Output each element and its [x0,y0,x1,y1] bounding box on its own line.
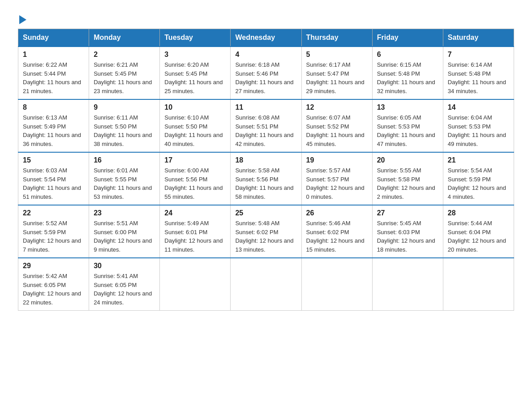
calendar-cell: 10Sunrise: 6:10 AMSunset: 5:50 PMDayligh… [160,99,231,152]
calendar-cell: 13Sunrise: 6:05 AMSunset: 5:53 PMDayligh… [372,99,443,152]
day-number: 7 [448,51,509,59]
calendar-cell: 22Sunrise: 5:52 AMSunset: 5:59 PMDayligh… [18,205,89,258]
calendar-cell: 14Sunrise: 6:04 AMSunset: 5:53 PMDayligh… [443,99,514,152]
day-number: 3 [164,51,226,59]
day-info: Sunrise: 6:03 AMSunset: 5:54 PMDaylight:… [23,166,84,201]
day-number: 14 [448,103,509,111]
calendar-cell: 19Sunrise: 5:57 AMSunset: 5:57 PMDayligh… [301,152,372,205]
calendar-cell [372,258,443,311]
day-info: Sunrise: 6:10 AMSunset: 5:50 PMDaylight:… [164,113,226,148]
day-number: 28 [448,209,509,217]
day-info: Sunrise: 5:52 AMSunset: 5:59 PMDaylight:… [23,219,84,254]
day-number: 2 [94,51,155,59]
col-header-thursday: Thursday [301,29,372,47]
calendar-cell: 24Sunrise: 5:49 AMSunset: 6:01 PMDayligh… [160,205,231,258]
calendar-cell: 27Sunrise: 5:45 AMSunset: 6:03 PMDayligh… [372,205,443,258]
day-number: 24 [164,209,226,217]
day-info: Sunrise: 6:18 AMSunset: 5:46 PMDaylight:… [235,60,296,95]
calendar-cell [160,258,231,311]
calendar-header-row: SundayMondayTuesdayWednesdayThursdayFrid… [18,29,514,47]
day-number: 6 [377,51,438,59]
calendar-cell: 30Sunrise: 5:41 AMSunset: 6:05 PMDayligh… [89,258,160,311]
day-info: Sunrise: 5:44 AMSunset: 6:04 PMDaylight:… [448,219,509,254]
col-header-sunday: Sunday [18,29,89,47]
week-row-5: 29Sunrise: 5:42 AMSunset: 6:05 PMDayligh… [18,258,514,311]
calendar-cell: 15Sunrise: 6:03 AMSunset: 5:54 PMDayligh… [18,152,89,205]
day-info: Sunrise: 6:01 AMSunset: 5:55 PMDaylight:… [94,166,155,201]
page-header [18,13,514,24]
day-info: Sunrise: 5:57 AMSunset: 5:57 PMDaylight:… [306,166,368,201]
day-info: Sunrise: 5:45 AMSunset: 6:03 PMDaylight:… [377,219,438,254]
day-number: 25 [235,209,296,217]
day-number: 4 [235,51,296,59]
logo-triangle [19,15,26,24]
col-header-friday: Friday [372,29,443,47]
col-header-monday: Monday [89,29,160,47]
day-number: 15 [23,156,84,164]
day-info: Sunrise: 6:20 AMSunset: 5:45 PMDaylight:… [164,60,226,95]
day-info: Sunrise: 5:54 AMSunset: 5:59 PMDaylight:… [448,166,509,201]
calendar-cell: 4Sunrise: 6:18 AMSunset: 5:46 PMDaylight… [231,47,301,99]
calendar-cell [231,258,301,311]
calendar-cell: 20Sunrise: 5:55 AMSunset: 5:58 PMDayligh… [372,152,443,205]
day-info: Sunrise: 5:48 AMSunset: 6:02 PMDaylight:… [235,219,296,254]
day-info: Sunrise: 6:08 AMSunset: 5:51 PMDaylight:… [235,113,296,148]
day-info: Sunrise: 6:15 AMSunset: 5:48 PMDaylight:… [377,60,438,95]
day-info: Sunrise: 6:11 AMSunset: 5:50 PMDaylight:… [94,113,155,148]
calendar-cell: 28Sunrise: 5:44 AMSunset: 6:04 PMDayligh… [443,205,514,258]
day-info: Sunrise: 5:55 AMSunset: 5:58 PMDaylight:… [377,166,438,201]
day-number: 8 [23,103,84,111]
calendar-cell: 23Sunrise: 5:51 AMSunset: 6:00 PMDayligh… [89,205,160,258]
calendar-table: SundayMondayTuesdayWednesdayThursdayFrid… [18,29,514,311]
calendar-cell: 29Sunrise: 5:42 AMSunset: 6:05 PMDayligh… [18,258,89,311]
day-number: 19 [306,156,368,164]
calendar-cell: 8Sunrise: 6:13 AMSunset: 5:49 PMDaylight… [18,99,89,152]
day-number: 9 [94,103,155,111]
day-info: Sunrise: 6:22 AMSunset: 5:44 PMDaylight:… [23,60,84,95]
day-info: Sunrise: 5:58 AMSunset: 5:56 PMDaylight:… [235,166,296,201]
day-number: 29 [23,262,84,270]
week-row-3: 15Sunrise: 6:03 AMSunset: 5:54 PMDayligh… [18,152,514,205]
calendar-cell: 9Sunrise: 6:11 AMSunset: 5:50 PMDaylight… [89,99,160,152]
day-number: 12 [306,103,368,111]
day-info: Sunrise: 6:07 AMSunset: 5:52 PMDaylight:… [306,113,368,148]
week-row-1: 1Sunrise: 6:22 AMSunset: 5:44 PMDaylight… [18,47,514,99]
day-info: Sunrise: 6:21 AMSunset: 5:45 PMDaylight:… [94,60,155,95]
calendar-cell: 26Sunrise: 5:46 AMSunset: 6:02 PMDayligh… [301,205,372,258]
day-number: 23 [94,209,155,217]
day-number: 11 [235,103,296,111]
calendar-cell: 16Sunrise: 6:01 AMSunset: 5:55 PMDayligh… [89,152,160,205]
calendar-cell: 7Sunrise: 6:14 AMSunset: 5:48 PMDaylight… [443,47,514,99]
day-info: Sunrise: 6:13 AMSunset: 5:49 PMDaylight:… [23,113,84,148]
day-info: Sunrise: 5:41 AMSunset: 6:05 PMDaylight:… [94,272,155,307]
day-number: 22 [23,209,84,217]
day-info: Sunrise: 6:00 AMSunset: 5:56 PMDaylight:… [164,166,226,201]
day-number: 18 [235,156,296,164]
calendar-cell: 1Sunrise: 6:22 AMSunset: 5:44 PMDaylight… [18,47,89,99]
calendar-cell: 2Sunrise: 6:21 AMSunset: 5:45 PMDaylight… [89,47,160,99]
day-info: Sunrise: 6:17 AMSunset: 5:47 PMDaylight:… [306,60,368,95]
calendar-cell [443,258,514,311]
calendar-cell [301,258,372,311]
logo [18,13,26,24]
week-row-2: 8Sunrise: 6:13 AMSunset: 5:49 PMDaylight… [18,99,514,152]
col-header-saturday: Saturday [443,29,514,47]
day-info: Sunrise: 5:46 AMSunset: 6:02 PMDaylight:… [306,219,368,254]
calendar-cell: 21Sunrise: 5:54 AMSunset: 5:59 PMDayligh… [443,152,514,205]
calendar-cell: 5Sunrise: 6:17 AMSunset: 5:47 PMDaylight… [301,47,372,99]
day-number: 1 [23,51,84,59]
calendar-cell: 17Sunrise: 6:00 AMSunset: 5:56 PMDayligh… [160,152,231,205]
week-row-4: 22Sunrise: 5:52 AMSunset: 5:59 PMDayligh… [18,205,514,258]
col-header-tuesday: Tuesday [160,29,231,47]
day-number: 26 [306,209,368,217]
day-number: 30 [94,262,155,270]
day-number: 27 [377,209,438,217]
day-number: 16 [94,156,155,164]
day-info: Sunrise: 6:04 AMSunset: 5:53 PMDaylight:… [448,113,509,148]
day-number: 13 [377,103,438,111]
day-number: 5 [306,51,368,59]
day-info: Sunrise: 6:05 AMSunset: 5:53 PMDaylight:… [377,113,438,148]
calendar-cell: 6Sunrise: 6:15 AMSunset: 5:48 PMDaylight… [372,47,443,99]
calendar-cell: 18Sunrise: 5:58 AMSunset: 5:56 PMDayligh… [231,152,301,205]
calendar-cell: 11Sunrise: 6:08 AMSunset: 5:51 PMDayligh… [231,99,301,152]
